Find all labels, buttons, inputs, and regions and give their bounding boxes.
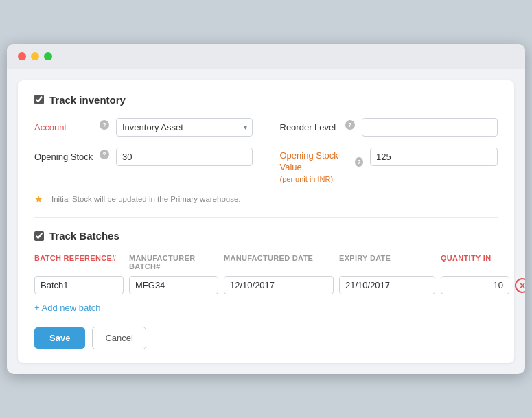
col-expiry-date: EXPIRY DATE: [339, 254, 435, 270]
reorder-level-label: Reorder Level: [280, 118, 342, 132]
track-batches-header: Track Batches: [34, 230, 498, 242]
reorder-level-input[interactable]: [362, 118, 498, 137]
col-batch-ref: BATCH REFERENCE#: [34, 254, 124, 270]
app-window: Track inventory Account ? Inventory Asse…: [7, 44, 525, 374]
opening-stock-value-input[interactable]: [370, 148, 498, 166]
cancel-button[interactable]: Cancel: [92, 327, 146, 349]
save-button[interactable]: Save: [34, 327, 85, 349]
reorder-level-help-icon[interactable]: ?: [345, 120, 355, 130]
close-dot[interactable]: [18, 52, 26, 60]
note-row: ★ - Initial Stock will be updated in the…: [34, 194, 498, 205]
opening-stock-help-icon[interactable]: ?: [100, 150, 109, 159]
inventory-form-grid: Account ? Inventory Asset Stock in Hand …: [34, 118, 498, 184]
account-select[interactable]: Inventory Asset Stock in Hand: [116, 118, 253, 137]
opening-stock-value-row: Opening Stock Value ? (per unit in INR): [280, 148, 498, 184]
section-divider: [34, 217, 498, 218]
opening-stock-input[interactable]: [116, 148, 253, 166]
track-batches-checkbox[interactable]: [34, 231, 44, 241]
account-label: Account: [34, 118, 96, 132]
col-mfg-batch: MANUFACTURER BATCH#: [129, 254, 218, 270]
account-select-wrapper: Inventory Asset Stock in Hand ▾: [116, 118, 253, 137]
main-content: Track inventory Account ? Inventory Asse…: [18, 80, 514, 363]
track-batches-section: Track Batches BATCH REFERENCE# MANUFACTU…: [34, 230, 498, 313]
note-text: - Initial Stock will be updated in the P…: [47, 195, 241, 203]
qty-in-input[interactable]: [441, 276, 509, 294]
opening-stock-row: Opening Stock ?: [34, 148, 253, 184]
opening-stock-value-label: Opening Stock Value: [280, 150, 351, 174]
table-row: ×: [34, 276, 498, 294]
star-icon: ★: [34, 194, 43, 205]
opening-stock-value-sublabel: (per unit in INR): [280, 175, 334, 183]
opening-stock-label: Opening Stock: [34, 148, 96, 162]
track-inventory-label: Track inventory: [49, 94, 126, 106]
minimize-dot[interactable]: [31, 52, 39, 60]
title-bar: [7, 44, 525, 69]
col-mfg-date: MANUFACTURED DATE: [224, 254, 334, 270]
footer-actions: Save Cancel: [34, 327, 498, 349]
col-qty-in: QUANTITY IN: [441, 254, 509, 270]
account-help-icon[interactable]: ?: [100, 120, 109, 130]
add-new-batch-link[interactable]: + Add new batch: [34, 303, 101, 313]
reorder-level-row: Reorder Level ?: [280, 118, 498, 137]
maximize-dot[interactable]: [44, 52, 52, 60]
mfg-batch-input[interactable]: [129, 276, 218, 294]
expiry-date-input[interactable]: [339, 276, 435, 294]
delete-batch-button[interactable]: ×: [515, 278, 525, 293]
batch-table: BATCH REFERENCE# MANUFACTURER BATCH# MAN…: [34, 254, 498, 294]
mfg-date-input[interactable]: [224, 276, 334, 294]
track-inventory-checkbox[interactable]: [34, 95, 44, 104]
track-inventory-section-header: Track inventory: [34, 94, 498, 106]
batch-ref-input[interactable]: [34, 276, 124, 294]
batch-table-header: BATCH REFERENCE# MANUFACTURER BATCH# MAN…: [34, 254, 498, 270]
opening-stock-value-help-icon[interactable]: ?: [355, 157, 363, 167]
track-batches-label: Track Batches: [49, 230, 119, 242]
account-row: Account ? Inventory Asset Stock in Hand …: [34, 118, 253, 137]
